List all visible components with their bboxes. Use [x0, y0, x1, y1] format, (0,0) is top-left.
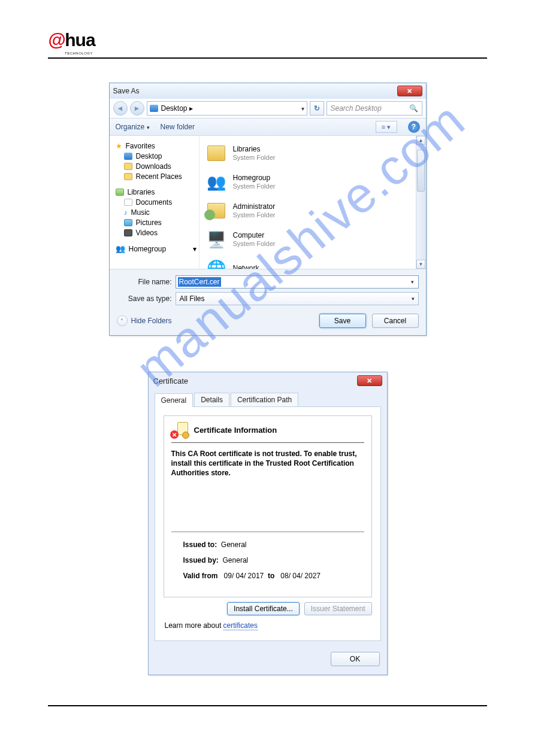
breadcrumb-text: Desktop ▸: [161, 104, 193, 113]
certificates-link[interactable]: certificates: [223, 621, 258, 630]
issued-by-row: Issued by: General: [183, 556, 364, 564]
save-as-titlebar: Save As ✕: [110, 83, 426, 99]
cert-tabs: General Details Certification Path: [155, 393, 381, 406]
tab-details[interactable]: Details: [194, 393, 229, 406]
sidebar-item-videos[interactable]: Videos: [124, 229, 197, 237]
organize-button[interactable]: Organize ▾: [116, 123, 150, 131]
filename-input[interactable]: RootCert.cer ▾: [176, 275, 419, 289]
document-icon: [124, 199, 132, 206]
saveastype-value: All Files: [180, 294, 205, 303]
issued-to-row: Issued to: General: [183, 541, 364, 549]
breadcrumb[interactable]: Desktop ▸ ▾: [147, 101, 307, 116]
back-icon[interactable]: ◄: [113, 101, 128, 116]
search-input[interactable]: Search Desktop 🔍: [327, 101, 422, 116]
sidebar-libraries[interactable]: Libraries: [116, 188, 197, 196]
folder-icon: [124, 163, 132, 170]
file-browser: ★Favorites Desktop Downloads Recent Plac…: [110, 136, 426, 269]
music-icon: ♪: [124, 208, 128, 217]
issuer-statement-button: Issuer Statement: [304, 602, 372, 615]
scroll-up-icon[interactable]: ▲: [416, 136, 425, 145]
nav-bar: ◄ ► Desktop ▸ ▾ ↻ Search Desktop 🔍: [110, 99, 426, 118]
search-icon: 🔍: [409, 104, 418, 113]
scrollbar[interactable]: ▲ ▼: [416, 136, 426, 269]
cert-info-panel: ✕ Certificate Information This CA Root c…: [164, 415, 372, 597]
cancel-button[interactable]: Cancel: [372, 314, 419, 328]
learn-more: Learn more about certificates: [165, 621, 372, 630]
dahua-logo: @hua: [48, 30, 487, 50]
hide-folders-button[interactable]: ˄ Hide Folders: [117, 315, 172, 326]
save-as-title: Save As: [113, 87, 397, 95]
new-folder-button[interactable]: New folder: [161, 123, 195, 131]
divider: [171, 532, 364, 532]
sidebar-item-music[interactable]: ♪Music: [124, 208, 197, 217]
chevron-down-icon[interactable]: ▾: [301, 105, 304, 112]
homegroup-icon: 👥: [205, 172, 227, 192]
cert-heading: Certificate Information: [194, 426, 277, 435]
chevron-up-icon: ˄: [117, 315, 128, 326]
sidebar-item-desktop[interactable]: Desktop: [124, 152, 197, 160]
divider: [171, 442, 364, 443]
certificate-icon: ✕: [171, 422, 188, 438]
homegroup-icon: 👥: [116, 244, 125, 253]
view-button[interactable]: ≡ ▾: [376, 121, 397, 133]
certificate-dialog: Certificate ✕ General Details Certificat…: [148, 372, 388, 675]
cert-message: This CA Root certificate is not trusted.…: [171, 449, 364, 478]
libraries-icon: [116, 189, 124, 196]
tab-certification-path[interactable]: Certification Path: [231, 393, 298, 406]
sidebar-item-documents[interactable]: Documents: [124, 198, 197, 207]
libraries-icon: [205, 143, 227, 163]
certificate-title: Certificate: [153, 377, 189, 385]
computer-icon: 🖥️: [205, 229, 227, 250]
certificate-titlebar: Certificate ✕: [149, 372, 387, 389]
help-icon[interactable]: ?: [408, 121, 420, 133]
user-icon: [205, 201, 227, 221]
ok-button[interactable]: OK: [331, 652, 380, 666]
folder-icon: [124, 173, 132, 180]
logo-subtext: TECHNOLOGY: [65, 51, 487, 55]
save-form: File name: RootCert.cer ▾ Save as type: …: [110, 269, 426, 335]
sidebar-favorites[interactable]: ★Favorites: [116, 142, 197, 150]
save-button[interactable]: Save: [319, 314, 366, 328]
filename-label: File name:: [117, 278, 176, 286]
videos-icon: [124, 229, 132, 236]
filename-value: RootCert.cer: [178, 277, 221, 287]
scroll-down-icon[interactable]: ▼: [416, 260, 425, 269]
chevron-down-icon[interactable]: ▾: [412, 296, 415, 302]
forward-icon[interactable]: ►: [130, 101, 144, 116]
chevron-down-icon[interactable]: ▾: [411, 279, 416, 285]
refresh-icon[interactable]: ↻: [310, 101, 324, 116]
top-rule: [48, 57, 487, 59]
scrollbar-thumb[interactable]: [417, 150, 425, 192]
sidebar-item-downloads[interactable]: Downloads: [124, 162, 197, 171]
saveastype-label: Save as type:: [117, 294, 176, 303]
network-icon: 🌐: [205, 258, 227, 269]
list-item[interactable]: LibrariesSystem Folder: [205, 143, 420, 163]
file-list: LibrariesSystem Folder 👥 HomegroupSystem…: [200, 136, 426, 269]
saveastype-combo[interactable]: All Files ▾: [176, 292, 419, 305]
close-icon[interactable]: ✕: [357, 375, 382, 386]
toolbar: Organize ▾ New folder ≡ ▾ ?: [110, 118, 426, 136]
sidebar-item-recent[interactable]: Recent Places: [124, 172, 197, 181]
star-icon: ★: [116, 142, 122, 150]
list-item[interactable]: 🖥️ ComputerSystem Folder: [205, 229, 420, 250]
list-item[interactable]: AdministratorSystem Folder: [205, 201, 420, 221]
sidebar-item-pictures[interactable]: Pictures: [124, 218, 197, 227]
bottom-rule: [48, 705, 487, 706]
save-as-dialog: Save As ✕ ◄ ► Desktop ▸ ▾ ↻ Search Deskt…: [109, 83, 427, 336]
valid-from-row: Valid from 09/ 04/ 2017 to 08/ 04/ 2027: [183, 572, 364, 580]
install-certificate-button[interactable]: Install Certificate...: [227, 602, 300, 615]
pictures-icon: [124, 219, 132, 226]
cert-tab-body: ✕ Certificate Information This CA Root c…: [155, 406, 381, 641]
sidebar-homegroup[interactable]: 👥Homegroup ▾: [116, 244, 197, 253]
list-item[interactable]: 👥 HomegroupSystem Folder: [205, 172, 420, 192]
desktop-icon: [124, 153, 132, 160]
search-placeholder: Search Desktop: [331, 104, 382, 113]
close-icon[interactable]: ✕: [397, 86, 422, 96]
sidebar: ★Favorites Desktop Downloads Recent Plac…: [110, 136, 200, 269]
list-item[interactable]: 🌐 Network: [205, 258, 420, 269]
desktop-icon: [150, 105, 158, 112]
tab-general[interactable]: General: [155, 393, 194, 407]
